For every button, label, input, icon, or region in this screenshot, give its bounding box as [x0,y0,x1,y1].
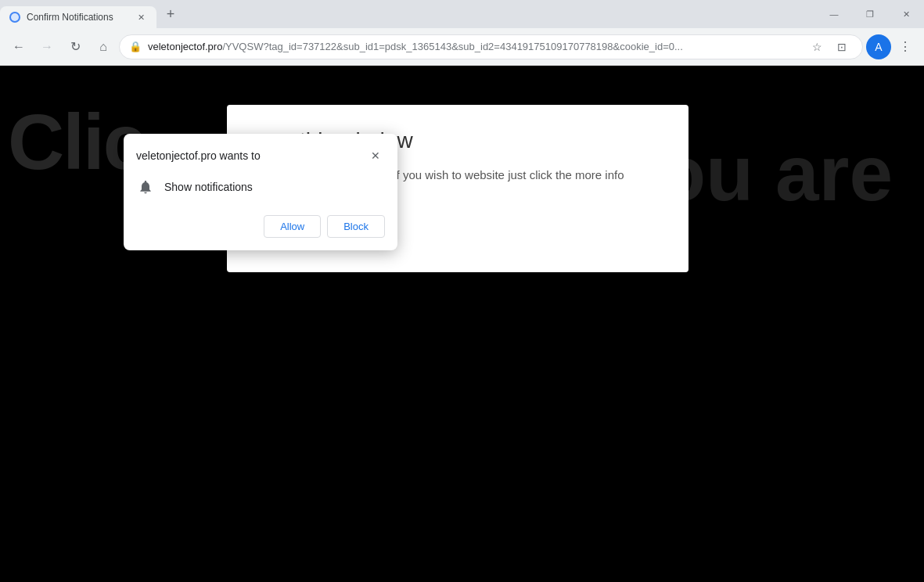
reload-button[interactable]: ↻ [63,34,88,59]
dialog-close-button[interactable]: ✕ [366,146,385,165]
nav-right: A ⋮ [866,34,918,59]
address-bar[interactable]: 🔒 veletonjectof.pro/YVQSW?tag_id=737122&… [119,34,863,59]
tab-strip: Confirm Notifications ✕ + [0,0,816,28]
page-content: Clic you are ose this window osed by pre… [0,66,924,582]
profile-button[interactable]: A [866,34,891,59]
chrome-top-bar: Confirm Notifications ✕ + — ❐ ✕ [0,0,924,28]
url-path: /YVQSW?tag_id=737122&sub_id1=pdsk_136514… [222,41,682,52]
dialog-title: veletonjectof.pro wants to [136,149,261,162]
forward-button[interactable]: → [34,34,59,59]
more-menu-button[interactable]: ⋮ [893,34,918,59]
new-tab-button[interactable]: + [160,3,182,25]
active-tab[interactable]: Confirm Notifications ✕ [0,6,156,28]
dialog-header: veletonjectof.pro wants to ✕ [124,134,397,171]
address-actions: ☆ ⊡ [806,36,853,58]
permission-dialog: veletonjectof.pro wants to ✕ Show notifi… [124,134,397,250]
window-controls: — ❐ ✕ [816,0,924,28]
bookmark-button[interactable]: ☆ [806,36,828,58]
navigation-bar: ← → ↻ ⌂ 🔒 veletonjectof.pro/YVQSW?tag_id… [0,28,924,66]
bell-icon [136,178,155,196]
browser-window: Confirm Notifications ✕ + — ❐ ✕ ← → ↻ ⌂ … [0,0,924,582]
minimize-button[interactable]: — [816,0,852,28]
svg-point-0 [11,13,19,21]
close-button[interactable]: ✕ [888,0,924,28]
allow-button[interactable]: Allow [264,215,321,238]
tab-favicon [9,12,20,23]
option-label: Show notifications [164,181,253,193]
tab-title: Confirm Notifications [27,12,128,23]
tab-close-button[interactable]: ✕ [135,11,147,23]
url-text: veletonjectof.pro/YVQSW?tag_id=737122&su… [148,41,796,52]
home-button[interactable]: ⌂ [91,34,116,59]
maximize-button[interactable]: ❐ [852,0,888,28]
dialog-option-row: Show notifications [124,171,397,209]
dialog-buttons: Allow Block [124,209,397,250]
lock-icon: 🔒 [129,41,142,52]
block-button[interactable]: Block [327,215,385,238]
cast-button[interactable]: ⊡ [831,36,853,58]
url-domain: veletonjectof.pro [148,41,222,52]
back-button[interactable]: ← [6,34,31,59]
